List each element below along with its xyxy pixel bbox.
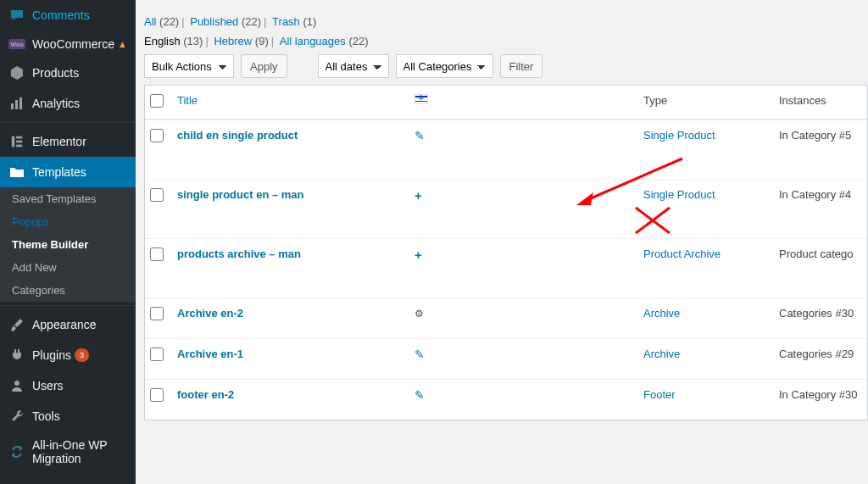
row-type-link[interactable]: Footer: [643, 388, 676, 401]
sidebar-item-appearance[interactable]: Appearance: [0, 309, 136, 340]
table-row: single product en – man+Single ProductIn…: [145, 179, 867, 238]
sidebar-label: Analytics: [32, 97, 80, 110]
pencil-icon[interactable]: ✎: [415, 348, 425, 361]
row-checkbox[interactable]: [150, 307, 164, 320]
filter-published[interactable]: Published (22): [190, 15, 261, 28]
table-row: child en single product✎Single ProductIn…: [145, 120, 867, 179]
svg-rect-2: [19, 97, 22, 109]
row-title-link[interactable]: footer en-2: [177, 388, 234, 401]
column-title[interactable]: Title: [177, 94, 198, 107]
submenu-categories[interactable]: Categories: [0, 279, 136, 302]
table-row: Archive en-1✎ArchiveCategories #29: [145, 338, 867, 379]
row-checkbox[interactable]: [150, 129, 164, 142]
sidebar-item-products[interactable]: Products: [0, 58, 136, 88]
filter-hebrew[interactable]: Hebrew (9): [214, 35, 268, 47]
svg-point-7: [14, 381, 19, 386]
plus-icon[interactable]: +: [415, 188, 422, 203]
sidebar-item-migration[interactable]: All-in-One WP Migration: [0, 431, 136, 472]
filter-english[interactable]: English (13): [144, 35, 203, 47]
submenu-popups[interactable]: Popups: [0, 210, 136, 233]
row-checkbox[interactable]: [150, 248, 164, 261]
filter-all-languages[interactable]: All languages (22): [280, 35, 369, 47]
elementor-icon: [8, 133, 25, 150]
pencil-icon[interactable]: ✎: [415, 129, 425, 142]
sidebar-label: Tools: [32, 409, 60, 423]
svg-rect-0: [11, 103, 14, 109]
row-title-link[interactable]: Archive en-1: [177, 348, 243, 360]
box-icon: [8, 64, 25, 81]
dates-select[interactable]: All dates: [318, 54, 389, 78]
folder-icon: [8, 164, 25, 181]
row-instances: In Category #30: [771, 379, 867, 420]
row-type-link[interactable]: Single Product: [643, 188, 715, 201]
gear-icon[interactable]: ⚙: [415, 308, 424, 320]
row-instances: Categories #30: [771, 298, 867, 338]
row-type-link[interactable]: Product Archive: [643, 248, 721, 260]
row-checkbox[interactable]: [150, 188, 164, 202]
row-type-link[interactable]: Single Product: [643, 129, 715, 142]
row-checkbox[interactable]: [150, 388, 164, 402]
language-filter: English (13)| Hebrew (9)| All languages …: [144, 35, 868, 47]
categories-select[interactable]: All Categories: [396, 54, 493, 78]
warning-icon: ▲: [118, 39, 127, 49]
sidebar-label: Users: [32, 379, 64, 392]
admin-sidebar: Comments Woo WooCommerce ▲ Products Anal…: [0, 0, 136, 484]
main-content: All (22)| Published (22)| Trash (1) Engl…: [136, 0, 868, 484]
select-all-checkbox[interactable]: [150, 94, 164, 108]
update-badge: 3: [75, 348, 89, 362]
plug-icon: [8, 347, 25, 364]
svg-rect-4: [16, 136, 22, 139]
sidebar-item-elementor[interactable]: Elementor: [0, 126, 136, 157]
column-instances: Instances: [771, 86, 867, 120]
comment-icon: [8, 7, 25, 24]
sidebar-label: Elementor: [32, 135, 86, 148]
flag-israel-icon: [415, 94, 428, 104]
sidebar-item-comments[interactable]: Comments: [0, 0, 136, 31]
plus-icon[interactable]: +: [415, 248, 422, 262]
submenu-saved-templates[interactable]: Saved Templates: [0, 187, 136, 210]
filter-all[interactable]: All (22): [144, 15, 179, 28]
filter-trash[interactable]: Trash (1): [272, 15, 316, 28]
table-row: Archive en-2⚙ArchiveCategories #30: [145, 298, 867, 338]
row-title-link[interactable]: products archive – man: [177, 248, 301, 260]
sidebar-label: Plugins: [32, 348, 71, 362]
row-type-link[interactable]: Archive: [643, 348, 680, 360]
table-row: footer en-2✎FooterIn Category #30: [145, 379, 867, 420]
sidebar-item-woocommerce[interactable]: Woo WooCommerce ▲: [0, 31, 136, 58]
svg-rect-1: [15, 100, 18, 109]
bulk-actions-select[interactable]: Bulk Actions: [144, 54, 234, 78]
user-icon: [8, 377, 25, 394]
row-instances: Product catego: [771, 238, 867, 298]
cycle-icon: [8, 443, 25, 460]
submenu-add-new[interactable]: Add New: [0, 256, 136, 279]
submenu-theme-builder[interactable]: Theme Builder: [0, 233, 136, 256]
sidebar-label: Templates: [32, 165, 86, 179]
pencil-icon[interactable]: ✎: [415, 388, 425, 402]
row-title-link[interactable]: Archive en-2: [177, 307, 243, 320]
chart-icon: [8, 95, 25, 112]
row-title-link[interactable]: child en single product: [177, 129, 298, 142]
svg-rect-6: [16, 145, 22, 147]
brush-icon: [8, 316, 25, 333]
filter-button[interactable]: Filter: [500, 54, 543, 78]
row-instances: In Category #5: [771, 120, 867, 179]
row-title-link[interactable]: single product en – man: [177, 188, 304, 201]
sidebar-item-analytics[interactable]: Analytics: [0, 88, 136, 119]
row-type-link[interactable]: Archive: [643, 307, 680, 320]
sidebar-item-templates[interactable]: Templates: [0, 157, 136, 187]
tablenav-top: Bulk Actions Apply All dates All Categor…: [144, 54, 868, 78]
templates-table: Title Type Instances child en single pro…: [144, 85, 868, 420]
sidebar-item-tools[interactable]: Tools: [0, 401, 136, 431]
svg-rect-5: [16, 141, 22, 143]
sidebar-item-plugins[interactable]: Plugins 3: [0, 340, 136, 370]
sidebar-label: WooCommerce: [32, 37, 114, 51]
row-checkbox[interactable]: [150, 348, 164, 361]
row-instances: Categories #29: [771, 338, 867, 379]
apply-button[interactable]: Apply: [241, 54, 287, 78]
sidebar-item-users[interactable]: Users: [0, 370, 136, 401]
woo-icon: Woo: [8, 39, 25, 49]
wrench-icon: [8, 408, 25, 425]
status-filter: All (22)| Published (22)| Trash (1): [144, 15, 868, 28]
sidebar-label: Appearance: [32, 318, 97, 331]
sidebar-label: All-in-One WP Migration: [32, 438, 129, 465]
